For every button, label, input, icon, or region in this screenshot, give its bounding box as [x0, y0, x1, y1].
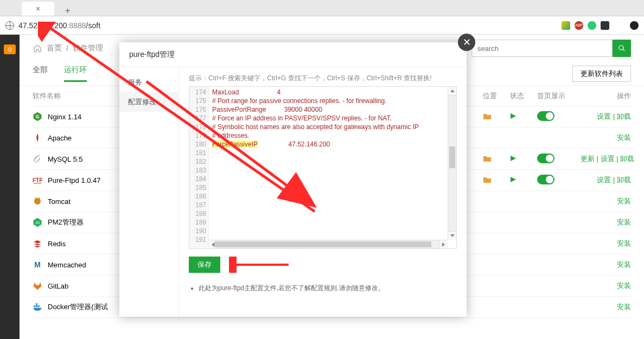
editor-code[interactable]: MaxLoad 4# Port range for passive connec…: [209, 87, 456, 248]
svg-text:M: M: [34, 260, 41, 269]
soft-name: Docker管理器(测试: [48, 302, 108, 312]
modal-sidebar: 服务 配置修改: [119, 67, 179, 317]
td-loc[interactable]: [483, 155, 510, 164]
new-tab-button[interactable]: +: [65, 6, 70, 16]
op-uninstall[interactable]: 卸载: [617, 176, 631, 184]
play-icon[interactable]: [510, 155, 517, 162]
th-disp: 首页显示: [537, 91, 581, 101]
display-toggle[interactable]: [537, 111, 554, 121]
scroll-right-arrow-icon[interactable]: [439, 240, 448, 248]
op-setting[interactable]: 设置: [597, 112, 611, 120]
op-uninstall[interactable]: 卸载: [620, 155, 634, 163]
op-install[interactable]: 安装: [617, 218, 631, 226]
modal-tab-config[interactable]: 配置修改: [119, 92, 178, 112]
crumb-current: 软件管理: [73, 43, 103, 53]
td-op: 安装: [581, 281, 631, 291]
display-toggle[interactable]: [537, 175, 554, 184]
play-icon[interactable]: [510, 113, 517, 119]
td-loc[interactable]: [483, 112, 510, 121]
scroll-down-arrow-icon[interactable]: [448, 231, 456, 240]
th-stat: 状态: [510, 91, 537, 101]
vscroll-thumb[interactable]: [449, 146, 455, 168]
op-update[interactable]: 更新: [581, 155, 595, 163]
editor-hscroll[interactable]: [209, 240, 448, 248]
modal-close-button[interactable]: ✕: [458, 34, 475, 51]
td-loc[interactable]: [483, 176, 510, 185]
browser-tab[interactable]: ×: [22, 2, 54, 16]
address-bar[interactable]: 47.52.146.200 :8888 /soft ABP: [0, 16, 644, 35]
tab-all[interactable]: 全部: [33, 65, 48, 82]
td-disp[interactable]: [537, 111, 581, 123]
save-button[interactable]: 保存: [189, 257, 220, 273]
td-op: 设置 | 卸载: [581, 175, 631, 185]
svg-point-2: [34, 198, 41, 204]
folder-icon[interactable]: [483, 176, 492, 183]
op-uninstall[interactable]: 卸载: [617, 112, 631, 120]
ext-icon-1[interactable]: [562, 21, 570, 30]
soft-name: PM2管理器: [48, 218, 84, 227]
pm2-icon: JS: [33, 218, 42, 227]
ext-icon-5[interactable]: [630, 21, 639, 30]
soft-name: Nginx 1.14: [48, 113, 81, 121]
op-install[interactable]: 安装: [617, 303, 631, 311]
op-install[interactable]: 安装: [617, 133, 631, 142]
soft-name: Redis: [48, 240, 66, 248]
ext-icon-4[interactable]: [601, 21, 609, 30]
td-stat[interactable]: [510, 155, 537, 163]
td-op: 安装: [581, 133, 631, 143]
breadcrumb: 首页 / 软件管理: [33, 43, 103, 53]
abp-icon[interactable]: ABP: [575, 21, 583, 30]
td-stat[interactable]: [510, 113, 537, 121]
search-button[interactable]: [613, 40, 631, 57]
th-loc: 位置: [483, 91, 510, 101]
crumb-sep: /: [66, 44, 68, 53]
soft-name: GitLab: [48, 282, 68, 290]
close-icon[interactable]: ×: [36, 4, 40, 13]
modal-title: pure-ftpd管理: [119, 42, 467, 67]
url-path: /soft: [86, 21, 100, 30]
url-port: :8888: [67, 21, 86, 30]
tab-running[interactable]: 运行环: [64, 65, 87, 82]
hscroll-thumb[interactable]: [214, 241, 431, 247]
sidebar-badge[interactable]: 0: [4, 44, 16, 54]
td-op: 安装: [581, 302, 631, 312]
td-op: 安装: [581, 218, 631, 227]
update-list-button[interactable]: 更新软件列表: [572, 66, 631, 82]
folder-icon[interactable]: [483, 112, 492, 120]
search-icon: [618, 44, 626, 52]
config-editor[interactable]: 1741751761771781791801811821831841851861…: [189, 86, 457, 249]
search-input[interactable]: [471, 40, 613, 57]
extension-icons: ABP: [562, 21, 639, 30]
display-toggle[interactable]: [537, 153, 554, 163]
docker-icon: [33, 302, 42, 312]
ext-icon-3[interactable]: [588, 21, 596, 30]
memcached-icon: M: [33, 260, 42, 270]
tomcat-icon: [33, 196, 42, 206]
td-op: 更新 | 设置 | 卸载: [581, 154, 634, 164]
op-install[interactable]: 安装: [617, 260, 631, 268]
scroll-up-arrow-icon[interactable]: [448, 87, 456, 95]
td-op: 设置 | 卸载: [581, 112, 631, 121]
td-disp[interactable]: [537, 153, 581, 165]
svg-text:JS: JS: [35, 221, 40, 225]
play-icon[interactable]: [510, 176, 517, 183]
soft-name: MySQL 5.5: [48, 155, 83, 163]
globe-icon: [5, 21, 14, 30]
search-box: [471, 40, 631, 57]
op-setting[interactable]: 设置: [601, 155, 615, 163]
crumb-home[interactable]: 首页: [47, 43, 62, 53]
nginx-icon: G: [33, 112, 42, 121]
op-install[interactable]: 安装: [617, 282, 631, 290]
modal-tab-service[interactable]: 服务: [119, 73, 178, 92]
config-note: 此处为pure-ftpd主配置文件,若您不了解配置规则,请勿随意修改。: [199, 284, 457, 293]
soft-name: Apache: [48, 134, 72, 142]
td-stat[interactable]: [510, 176, 537, 184]
td-disp[interactable]: [537, 175, 581, 186]
folder-icon[interactable]: [483, 155, 492, 162]
op-install[interactable]: 安装: [617, 197, 631, 205]
op-setting[interactable]: 设置: [597, 176, 611, 184]
op-install[interactable]: 安装: [617, 239, 631, 247]
svg-rect-7: [38, 305, 40, 307]
home-icon: [33, 44, 42, 53]
editor-vscroll[interactable]: [448, 87, 456, 240]
